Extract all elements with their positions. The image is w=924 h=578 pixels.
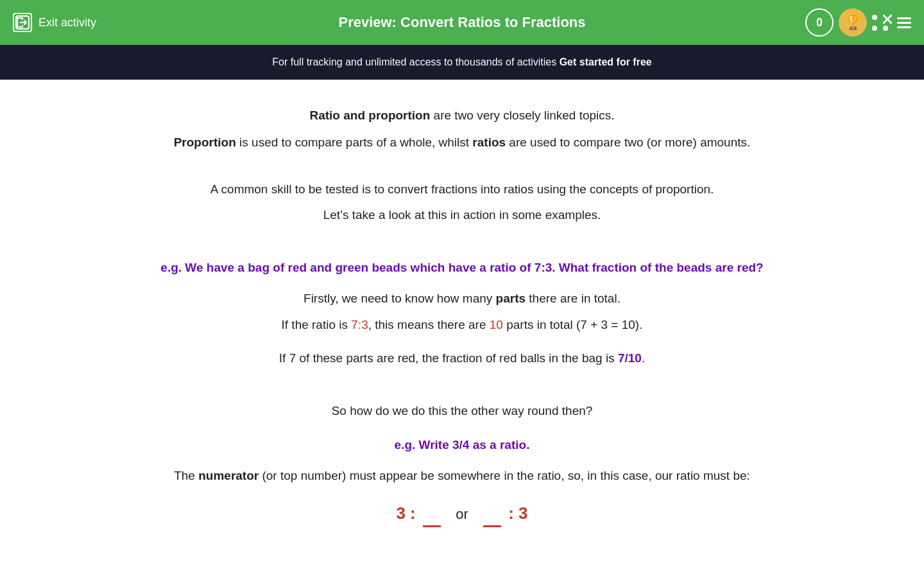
intro-line1: Ratio and proportion are two very closel… [160, 105, 764, 126]
numerator-explanation: The numerator (or top number) must appea… [160, 466, 764, 486]
proportion-bold: Proportion [174, 136, 236, 149]
ratio-value: 7:3 [351, 318, 368, 331]
main-content: Ratio and proportion are two very closel… [148, 80, 776, 566]
promo-banner: For full tracking and unlimited access t… [0, 45, 924, 80]
hamburger-menu-icon[interactable] [897, 17, 911, 28]
intro-line2: Proportion is used to compare parts of a… [160, 132, 764, 153]
ratio-start: 3 : [396, 504, 420, 523]
hline2 [897, 22, 911, 24]
intro-block: Ratio and proportion are two very closel… [160, 105, 764, 153]
lets-look-text: Let’s take a look at this in action in s… [160, 205, 764, 225]
dot4 [883, 26, 888, 31]
numerator-bold: numerator [198, 469, 259, 482]
exit-activity-button[interactable]: Exit activity [13, 13, 96, 32]
hline3 [897, 26, 911, 28]
example1-line1: Firstly, we need to know how many parts … [160, 288, 764, 309]
dot3 [872, 26, 877, 31]
example1-question: e.g. We have a bag of red and green bead… [160, 258, 764, 278]
example1-line2: If the ratio is 7:3, this means there ar… [160, 315, 764, 335]
blank1 [423, 525, 441, 527]
or-text: or [456, 506, 468, 522]
how-do-we-text: So how do we do this the other way round… [160, 401, 764, 421]
exit-activity-label: Exit activity [38, 16, 96, 30]
total-parts: 10 [490, 318, 503, 331]
apps-grid-icon[interactable] [872, 15, 892, 31]
page-title: Preview: Convert Ratios to Fractions [338, 14, 585, 31]
dot1 [872, 15, 877, 20]
ratio-end: : 3 [504, 504, 528, 523]
header-controls: 0 🏆 [805, 8, 911, 37]
score-badge: 0 [805, 8, 834, 37]
write-as-ratio-question: e.g. Write 3/4 as a ratio. [160, 435, 764, 455]
common-skill-text: A common skill to be tested is to conver… [160, 179, 764, 200]
fraction-answer: If 7 of these parts are red, the fractio… [160, 348, 764, 369]
ratio-bold: Ratio and proportion [309, 109, 430, 122]
banner-text: For full tracking and unlimited access t… [272, 57, 559, 67]
trophy-icon[interactable]: 🏆 [839, 8, 867, 37]
parts-bold: parts [496, 292, 526, 305]
blank2 [483, 525, 501, 527]
ratio-display: 3 : or : 3 [160, 499, 764, 527]
example1-block: e.g. We have a bag of red and green bead… [160, 258, 764, 369]
header: Exit activity Preview: Convert Ratios to… [0, 0, 924, 45]
fraction-value: 7/10 [618, 351, 642, 365]
close-icon [883, 15, 892, 24]
ratios-bold: ratios [472, 136, 506, 149]
banner-cta[interactable]: Get started for free [560, 57, 652, 67]
hline1 [897, 17, 911, 19]
exit-icon [13, 13, 32, 32]
